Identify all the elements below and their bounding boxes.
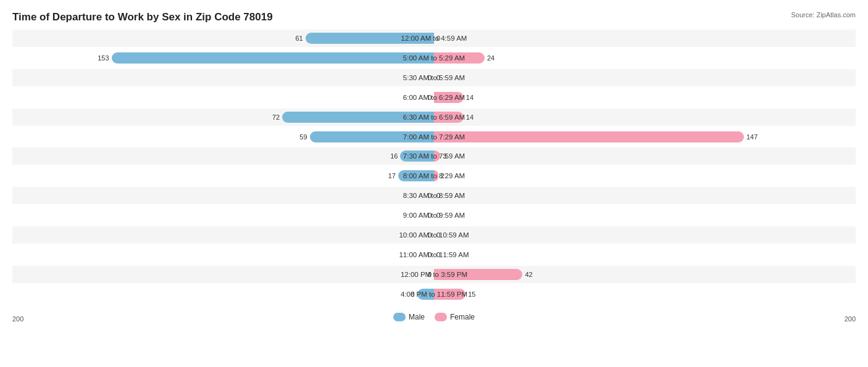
female-section: 24 xyxy=(434,49,856,67)
male-swatch xyxy=(393,313,406,321)
female-swatch xyxy=(435,313,447,321)
bar-row: 08:30 AM to 8:59 AM0 xyxy=(12,187,856,204)
male-section: 17 xyxy=(12,167,434,184)
male-value: 16 xyxy=(390,152,398,160)
bar-row: 167:30 AM to 7:59 AM3 xyxy=(12,147,856,165)
male-section: 0 xyxy=(12,69,434,86)
male-section: 0 xyxy=(12,226,434,244)
female-section: 0 xyxy=(434,226,856,244)
legend-female: Female xyxy=(435,313,475,321)
female-value: 0 xyxy=(436,251,440,258)
male-value: 0 xyxy=(428,271,432,278)
male-bar: 17 xyxy=(398,170,434,181)
male-section: 0 xyxy=(12,207,434,224)
male-value: 0 xyxy=(428,74,432,81)
female-section: 42 xyxy=(434,266,856,283)
male-section: 59 xyxy=(12,128,434,146)
male-section: 72 xyxy=(12,109,434,126)
chart-area: 6112:00 AM to 4:59 AM01535:00 AM to 5:29… xyxy=(12,28,856,323)
male-bar: 16 xyxy=(400,151,434,162)
female-value: 0 xyxy=(436,192,440,199)
male-value: 59 xyxy=(299,133,307,141)
female-value: 2 xyxy=(441,172,444,179)
female-section: 147 xyxy=(434,128,856,146)
female-value: 14 xyxy=(466,94,474,101)
bar-row: 726:30 AM to 6:59 AM14 xyxy=(12,109,856,126)
female-value: 147 xyxy=(746,133,757,141)
female-section: 0 xyxy=(434,207,856,224)
bar-row: 84:00 PM to 11:59 PM15 xyxy=(12,286,856,303)
female-bar: 14 xyxy=(434,112,464,123)
male-section: 0 xyxy=(12,187,434,204)
female-section: 14 xyxy=(434,89,856,106)
male-section: 153 xyxy=(12,49,434,67)
female-section: 15 xyxy=(434,286,856,303)
male-value: 0 xyxy=(428,212,432,219)
male-label: Male xyxy=(409,313,425,321)
male-section: 0 xyxy=(12,246,434,263)
legend: Male Female xyxy=(393,313,475,321)
bar-row: 178:00 AM to 8:29 AM2 xyxy=(12,167,856,184)
female-label: Female xyxy=(450,313,475,321)
female-value: 3 xyxy=(443,152,446,160)
bar-row: 1535:00 AM to 5:29 AM24 xyxy=(12,49,856,67)
male-value: 17 xyxy=(388,172,396,179)
male-section: 0 xyxy=(12,266,434,283)
female-value: 0 xyxy=(436,35,440,42)
male-bar: 59 xyxy=(310,131,434,142)
axis-left: 200 xyxy=(12,315,23,323)
source-label: Source: ZipAtlas.com xyxy=(791,11,856,19)
bar-row: 09:00 AM to 9:59 AM0 xyxy=(12,207,856,224)
male-value: 153 xyxy=(98,54,109,62)
bar-row: 06:00 AM to 6:29 AM14 xyxy=(12,89,856,106)
legend-male: Male xyxy=(393,313,425,321)
female-section: 3 xyxy=(434,147,856,165)
bar-row: 05:30 AM to 5:59 AM0 xyxy=(12,69,856,86)
female-bar: 14 xyxy=(434,92,464,103)
chart-container: Time of Departure to Work by Sex in Zip … xyxy=(0,0,868,367)
female-section: 0 xyxy=(434,187,856,204)
bar-row: 010:00 AM to 10:59 AM0 xyxy=(12,226,856,244)
male-section: 8 xyxy=(12,286,434,303)
female-value: 14 xyxy=(466,113,474,121)
female-value: 42 xyxy=(525,271,532,278)
male-value: 61 xyxy=(295,35,303,42)
male-bar: 61 xyxy=(306,33,434,44)
male-bar: 8 xyxy=(417,289,434,300)
female-bar: 2 xyxy=(434,170,438,181)
female-value: 24 xyxy=(487,54,495,62)
female-value: 0 xyxy=(436,231,440,239)
female-section: 2 xyxy=(434,167,856,184)
female-value: 15 xyxy=(468,291,475,298)
female-section: 14 xyxy=(434,109,856,126)
male-section: 61 xyxy=(12,30,434,47)
male-value: 72 xyxy=(272,113,280,121)
bar-row: 012:00 PM to 3:59 PM42 xyxy=(12,266,856,283)
female-bar: 3 xyxy=(434,151,440,162)
female-section: 0 xyxy=(434,69,856,86)
female-bar: 147 xyxy=(434,131,744,142)
chart-title: Time of Departure to Work by Sex in Zip … xyxy=(12,11,856,23)
female-section: 0 xyxy=(434,30,856,47)
male-bar: 153 xyxy=(112,52,434,64)
female-section: 0 xyxy=(434,246,856,263)
male-value: 8 xyxy=(411,291,415,298)
bar-row: 597:00 AM to 7:29 AM147 xyxy=(12,128,856,146)
male-section: 16 xyxy=(12,147,434,165)
male-value: 0 xyxy=(428,192,432,199)
male-section: 0 xyxy=(12,89,434,106)
male-bar: 72 xyxy=(282,112,434,123)
bar-row: 011:00 AM to 11:59 AM0 xyxy=(12,246,856,263)
female-bar: 24 xyxy=(434,52,485,64)
axis-right: 200 xyxy=(845,315,856,323)
bar-row: 6112:00 AM to 4:59 AM0 xyxy=(12,30,856,47)
female-bar: 42 xyxy=(434,269,522,280)
rows-container: 6112:00 AM to 4:59 AM01535:00 AM to 5:29… xyxy=(12,28,856,304)
male-value: 0 xyxy=(428,251,432,258)
female-bar: 15 xyxy=(434,289,465,300)
female-value: 0 xyxy=(436,74,440,81)
female-value: 0 xyxy=(436,212,440,219)
male-value: 0 xyxy=(428,231,432,239)
male-value: 0 xyxy=(428,94,432,101)
